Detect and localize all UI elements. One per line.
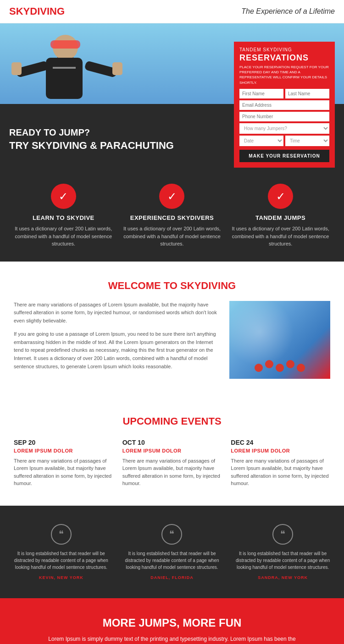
welcome-text: There are many variations of passages of… [14, 301, 220, 379]
skydiver-4 [286, 360, 294, 368]
reservation-button[interactable]: MAKE YOUR RESERVATION [239, 150, 329, 162]
date-time-row: Date Time [239, 136, 329, 148]
event-title-3: LOREM IPSUM DOLOR [231, 448, 330, 453]
header: SKYDIVING The Experience of a Lifetime [0, 0, 344, 23]
event-date-2: OCT 10 [122, 439, 222, 446]
time-select[interactable]: Time [285, 136, 329, 146]
email-input[interactable] [239, 100, 329, 110]
last-name-input[interactable] [285, 89, 329, 98]
name-row [239, 89, 329, 100]
quote-icon-2: ❝ [161, 524, 182, 545]
check-icon-1: ✓ [51, 184, 76, 209]
phone-input[interactable] [239, 112, 329, 121]
events-title-black: EVENTS [178, 415, 221, 427]
check-icon-2: ✓ [159, 184, 184, 209]
jumpers-select[interactable]: How many Jumpers? 1234 [239, 123, 329, 134]
figure-goggles [50, 40, 80, 49]
testimonial-author-2: DANIEL, FLORIDA [123, 575, 221, 580]
welcome-title: WELCOME TO SKYDIVING [14, 280, 330, 292]
event-title-1: LOREM IPSUM DOLOR [14, 448, 113, 453]
event-date-1: SEP 20 [14, 439, 113, 446]
testimonial-text-1: It is long established fact that reader … [12, 550, 110, 571]
testimonial-text-2: It is long established fact that reader … [123, 550, 221, 571]
feature-desc-3: It uses a dictionary of over 200 Latin w… [232, 225, 329, 248]
figure-body [46, 58, 83, 99]
feature-title-2: EXPERIENCED SKYDIVERS [123, 214, 221, 221]
event-item-2: OCT 10 LOREM IPSUM DOLOR There are many … [122, 439, 222, 487]
cta-title: MORE JUMPS, MORE FUN [14, 617, 330, 629]
feature-title-1: LEARN TO SKYDIVE [15, 214, 112, 221]
event-desc-1: There are many variations of passages of… [14, 457, 113, 487]
logo-diving: DIVING [30, 5, 65, 17]
welcome-section: WELCOME TO SKYDIVING There are many vari… [0, 262, 344, 397]
skydiver-3 [276, 364, 284, 372]
testimonial-2: ❝ It is long established fact that reade… [123, 524, 221, 580]
events-title: UPCOMING EVENTS [14, 415, 330, 427]
event-item-3: DEC 24 LOREM IPSUM DOLOR There are many … [231, 439, 330, 487]
welcome-para2: If you are going to use a passage of Lor… [14, 330, 220, 371]
feature-item-2: ✓ EXPERIENCED SKYDIVERS It uses a dictio… [123, 184, 221, 248]
welcome-image [229, 301, 330, 379]
event-desc-3: There are many variations of passages of… [231, 457, 330, 487]
hero-text: READY TO JUMP? TRY SKYDIVING & PARACHUTI… [9, 127, 174, 152]
welcome-title-red: DIVING [201, 280, 236, 291]
testimonial-3: ❝ It is long established fact that reade… [234, 524, 332, 580]
figure-right-hand [112, 62, 122, 75]
hero-section: READY TO JUMP? TRY SKYDIVING & PARACHUTI… [0, 23, 344, 170]
feature-item-3: ✓ TANDEM JUMPS It uses a dictionary of o… [232, 184, 329, 248]
first-name-input[interactable] [239, 89, 283, 98]
event-date-3: DEC 24 [231, 439, 330, 446]
event-title-2: LOREM IPSUM DOLOR [122, 448, 222, 453]
feature-item-1: ✓ LEARN TO SKYDIVE It uses a dictionary … [15, 184, 112, 248]
feature-desc-2: It uses a dictionary of over 200 Latin w… [123, 225, 221, 248]
reservation-pre-title: TANDEM SKYDIVING [239, 47, 329, 52]
testimonial-author-3: SANDRA, NEW YORK [234, 575, 332, 580]
testimonial-1: ❝ It is long established fact that reade… [12, 524, 110, 580]
tagline: The Experience of a Lifetime [241, 7, 335, 16]
event-item-1: SEP 20 LOREM IPSUM DOLOR There are many … [14, 439, 113, 487]
skydiver-1 [255, 364, 263, 372]
skydivers-group [255, 364, 305, 372]
quote-icon-3: ❝ [272, 524, 293, 545]
testimonial-text-3: It is long established fact that reader … [234, 550, 332, 571]
logo: SKYDIVING [9, 5, 65, 17]
hero-headline1: READY TO JUMP? [9, 127, 174, 138]
hero-image [7, 26, 154, 131]
logo-sky: SKY [9, 5, 30, 17]
welcome-content: There are many variations of passages of… [14, 301, 330, 379]
reservation-form: How many Jumpers? 1234 Date Time MAKE YO… [239, 89, 329, 162]
events-section: UPCOMING EVENTS SEP 20 LOREM IPSUM DOLOR… [0, 397, 344, 506]
reservation-box: TANDEM SKYDIVING RESERVATIONS PLACE YOUR… [234, 42, 335, 168]
date-select[interactable]: Date [239, 136, 283, 146]
welcome-para1: There are many variations of passages of… [14, 301, 220, 325]
figure-left-hand [11, 62, 22, 75]
reservation-title: RESERVATIONS [239, 53, 329, 63]
hero-headline2: TRY SKYDIVING & PARACHUTING [9, 140, 174, 152]
skydiver-5 [297, 364, 305, 372]
cta-section: MORE JUMPS, MORE FUN Lorem Ipsum is simp… [0, 598, 344, 644]
welcome-title-black: WELCOME TO SKY [108, 280, 201, 291]
events-grid: SEP 20 LOREM IPSUM DOLOR There are many … [14, 439, 330, 487]
features-section: ✓ LEARN TO SKYDIVE It uses a dictionary … [0, 170, 344, 262]
cta-description: Lorem Ipsum is simply dummy text of the … [46, 635, 298, 644]
feature-title-3: TANDEM JUMPS [232, 214, 329, 221]
reservation-subtitle: PLACE YOUR RESERVATION REQUEST FOR YOUR … [239, 65, 329, 85]
figure-strap [53, 67, 76, 69]
feature-desc-1: It uses a dictionary of over 200 Latin w… [15, 225, 112, 248]
quote-icon-1: ❝ [51, 524, 72, 545]
check-icon-3: ✓ [268, 184, 293, 209]
events-title-red: UPCOMING [122, 415, 178, 427]
testimonial-author-1: KEVIN, NEW YORK [12, 575, 110, 580]
testimonials-section: ❝ It is long established fact that reade… [0, 506, 344, 598]
event-desc-2: There are many variations of passages of… [122, 457, 222, 487]
skydiver-2 [265, 360, 273, 368]
